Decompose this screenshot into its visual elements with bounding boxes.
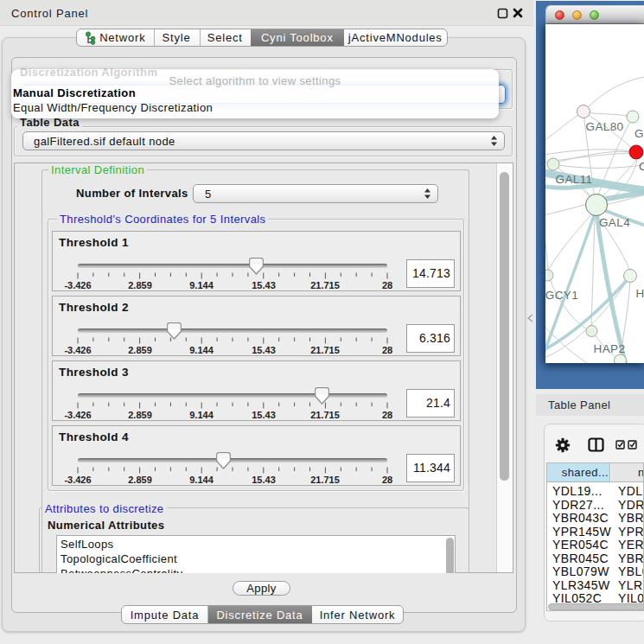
- svg-text:GCY1: GCY1: [545, 289, 578, 302]
- svg-text:GAL4: GAL4: [599, 216, 630, 229]
- svg-text:GAL80: GAL80: [585, 120, 623, 133]
- svg-text:C: C: [639, 160, 644, 173]
- svg-text:GA: GA: [634, 127, 644, 140]
- svg-text:GAL11: GAL11: [555, 173, 592, 186]
- svg-text:HAP2: HAP2: [594, 342, 626, 355]
- svg-text:H: H: [636, 287, 644, 300]
